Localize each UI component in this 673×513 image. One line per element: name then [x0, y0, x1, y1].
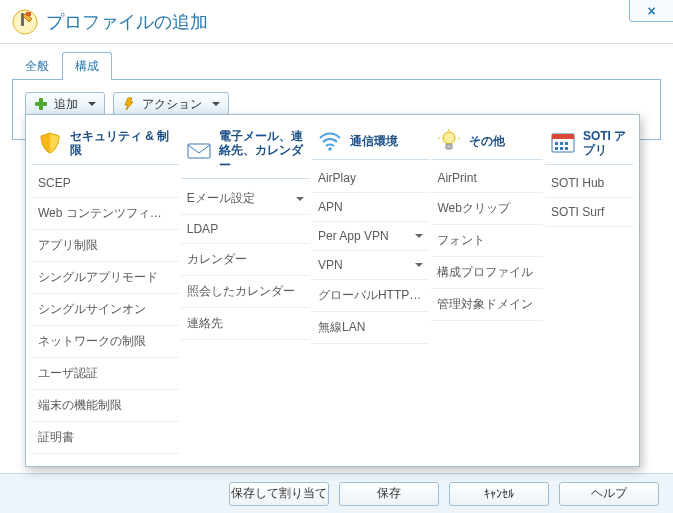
column-title: セキュリティ & 制限: [70, 129, 175, 158]
menu-item-label: SCEP: [38, 176, 173, 190]
menu-item[interactable]: 照会したカレンダー: [181, 276, 310, 308]
menu-item-label: LDAP: [187, 222, 304, 236]
menu-item-label: 連絡先: [187, 315, 304, 332]
column-title: SOTI アプリ: [583, 129, 629, 158]
close-icon: ×: [647, 3, 655, 19]
help-button[interactable]: ヘルプ: [559, 482, 659, 506]
tab-structure[interactable]: 構成: [62, 52, 112, 80]
menu-item-label: APN: [318, 200, 423, 214]
mail-icon: [185, 139, 213, 163]
cancel-button[interactable]: ｷｬﾝｾﾙ: [449, 482, 549, 506]
menu-item[interactable]: 構成プロファイル: [431, 257, 543, 289]
column-header: SOTI アプリ: [545, 125, 633, 165]
menu-item[interactable]: 連絡先: [181, 308, 310, 340]
svg-rect-16: [560, 147, 563, 150]
bolt-icon: [122, 97, 136, 111]
menu-column: 電子メール、連絡先、カレンダーEメール設定LDAPカレンダー照会したカレンダー連…: [181, 125, 310, 454]
menu-item-label: SOTI Hub: [551, 176, 627, 190]
menu-item[interactable]: SOTI Hub: [545, 169, 633, 198]
menu-item-label: 無線LAN: [318, 319, 423, 336]
menu-item[interactable]: SCEP: [32, 169, 179, 198]
menu-item[interactable]: 無線LAN: [312, 312, 429, 344]
menu-item-label: 照会したカレンダー: [187, 283, 304, 300]
wifi-icon: [316, 129, 344, 153]
app-icon: [12, 9, 38, 35]
menu-item[interactable]: AirPrint: [431, 164, 543, 193]
menu-column: 通信環境AirPlayAPNPer App VPNVPNグローバルHTTPプロキ…: [312, 125, 429, 454]
svg-rect-13: [560, 142, 563, 145]
menu-item-label: アプリ制限: [38, 237, 173, 254]
menu-item-label: カレンダー: [187, 251, 304, 268]
tabbar: 全般 構成: [12, 52, 661, 80]
column-title: 通信環境: [350, 134, 398, 148]
menu-item[interactable]: LDAP: [181, 215, 310, 244]
tab-body: 追加 アクション セキュリティ & 制限SCEPWeb コンテンツフィルタアプリ…: [12, 80, 661, 140]
chevron-down-icon: [296, 197, 304, 201]
action-button[interactable]: アクション: [113, 92, 229, 116]
plus-icon: [34, 97, 48, 111]
menu-item[interactable]: シングルアプリモード: [32, 262, 179, 294]
menu-column: セキュリティ & 制限SCEPWeb コンテンツフィルタアプリ制限シングルアプリ…: [32, 125, 179, 454]
svg-rect-11: [552, 134, 574, 139]
menu-item[interactable]: 端末の機能制限: [32, 390, 179, 422]
menu-item-label: Eメール設定: [187, 190, 292, 207]
menu-item[interactable]: ネットワークの制限: [32, 326, 179, 358]
menu-item-label: AirPrint: [437, 171, 537, 185]
svg-rect-15: [555, 147, 558, 150]
column-title: その他: [469, 134, 505, 148]
svg-rect-14: [565, 142, 568, 145]
column-header: その他: [431, 125, 543, 160]
chevron-down-icon: [415, 263, 423, 267]
close-button[interactable]: ×: [629, 0, 673, 22]
menu-item-label: 管理対象ドメイン: [437, 296, 537, 313]
menu-item[interactable]: Per App VPN: [312, 222, 429, 251]
menu-item[interactable]: APN: [312, 193, 429, 222]
tab-structure-label: 構成: [75, 59, 99, 73]
menu-item[interactable]: シングルサインオン: [32, 294, 179, 326]
menu-item-label: フォント: [437, 232, 537, 249]
menu-item[interactable]: Webクリップ: [431, 193, 543, 225]
menu-item[interactable]: カレンダー: [181, 244, 310, 276]
calendar-icon: [549, 131, 577, 155]
menu-item-label: Webクリップ: [437, 200, 537, 217]
add-button[interactable]: 追加: [25, 92, 105, 116]
chevron-down-icon: [212, 102, 220, 106]
column-header: 電子メール、連絡先、カレンダー: [181, 125, 310, 179]
menu-item-label: 構成プロファイル: [437, 264, 537, 281]
titlebar: プロファイルの追加 ×: [0, 0, 673, 44]
tab-general-label: 全般: [25, 59, 49, 73]
menu-item[interactable]: Web コンテンツフィルタ: [32, 198, 179, 230]
menu-item[interactable]: Eメール設定: [181, 183, 310, 215]
menu-item-label: ユーザ認証: [38, 365, 173, 382]
menu-item[interactable]: 管理対象ドメイン: [431, 289, 543, 321]
svg-rect-12: [555, 142, 558, 145]
menu-item-label: 証明書: [38, 429, 173, 446]
add-button-label: 追加: [54, 96, 78, 113]
menu-item[interactable]: VPN: [312, 251, 429, 280]
menu-item[interactable]: AirPlay: [312, 164, 429, 193]
menu-item[interactable]: フォント: [431, 225, 543, 257]
menu-item-label: VPN: [318, 258, 411, 272]
window-title: プロファイルの追加: [46, 10, 208, 34]
svg-point-5: [443, 132, 455, 144]
column-title: 電子メール、連絡先、カレンダー: [219, 129, 306, 172]
save-assign-button[interactable]: 保存して割り当て: [229, 482, 329, 506]
menu-item[interactable]: SOTI Surf: [545, 198, 633, 227]
svg-rect-17: [565, 147, 568, 150]
chevron-down-icon: [415, 234, 423, 238]
menu-column: SOTI アプリSOTI HubSOTI Surf: [545, 125, 633, 454]
tab-general[interactable]: 全般: [12, 52, 62, 80]
toolbar: 追加 アクション: [25, 92, 648, 116]
menu-item[interactable]: アプリ制限: [32, 230, 179, 262]
svg-rect-2: [26, 12, 31, 16]
menu-item[interactable]: グローバルHTTPプロキシ: [312, 280, 429, 312]
save-button[interactable]: 保存: [339, 482, 439, 506]
menu-item-label: グローバルHTTPプロキシ: [318, 287, 423, 304]
menu-item[interactable]: ユーザ認証: [32, 358, 179, 390]
svg-point-4: [328, 147, 332, 151]
menu-item-label: ネットワークの制限: [38, 333, 173, 350]
menu-item-label: Web コンテンツフィルタ: [38, 205, 173, 222]
bulb-icon: [435, 129, 463, 153]
menu-item-label: Per App VPN: [318, 229, 411, 243]
menu-item[interactable]: 証明書: [32, 422, 179, 454]
